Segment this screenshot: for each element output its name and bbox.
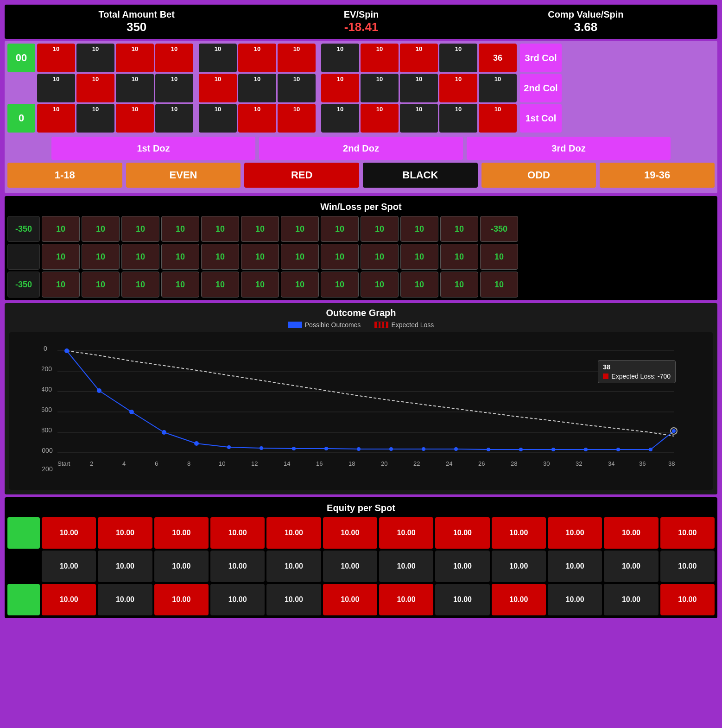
- svg-point-41: [324, 447, 328, 450]
- cell-19[interactable]: 10: [278, 104, 316, 133]
- eq-r2-c7: 10.00: [379, 551, 433, 582]
- col3-label[interactable]: 3rd Col: [520, 44, 562, 72]
- cell-12[interactable]: 10: [155, 44, 193, 72]
- svg-point-33: [64, 348, 69, 353]
- legend-red-box: [374, 322, 388, 328]
- cell-35[interactable]: 10: [479, 74, 517, 102]
- cell-26[interactable]: 10: [361, 74, 399, 102]
- wl-r2-c10: 10: [400, 244, 438, 270]
- svg-point-51: [649, 448, 652, 451]
- legend-expected: Expected Loss: [374, 321, 434, 329]
- wl-r1-c5: 10: [201, 216, 239, 242]
- equity-section: Equity per Spot 10.00 10.00 10.00 10.00 …: [5, 497, 717, 618]
- eq-r2-c9: 10.00: [492, 551, 546, 582]
- outside-even[interactable]: EVEN: [126, 163, 241, 188]
- cell-11[interactable]: 10: [155, 74, 193, 102]
- outside-row: 1-18 EVEN RED BLACK ODD 19-36: [7, 163, 715, 188]
- wl-r1-c9: 10: [361, 216, 399, 242]
- outside-odd[interactable]: ODD: [481, 163, 596, 188]
- cell-16[interactable]: 10: [238, 104, 276, 133]
- doz1-cell[interactable]: 1st Doz: [51, 137, 255, 160]
- cell-27[interactable]: 10: [361, 44, 399, 72]
- svg-text:-600: -600: [42, 406, 52, 413]
- cell-5[interactable]: 10: [76, 74, 114, 102]
- eq-r1-c2: 10.00: [98, 517, 152, 549]
- outside-red[interactable]: RED: [244, 163, 359, 188]
- svg-text:38: 38: [668, 460, 675, 467]
- outside-black[interactable]: BLACK: [363, 163, 478, 188]
- eq-row-2: 10.00 10.00 10.00 10.00 10.00 10.00 10.0…: [42, 551, 715, 582]
- cell-9[interactable]: 10: [116, 44, 154, 72]
- wl-r1-c6: 10: [241, 216, 279, 242]
- wl-r1-c12: -350: [480, 216, 518, 242]
- outside-1936[interactable]: 19-36: [600, 163, 715, 188]
- eq-r1-c8: 10.00: [435, 517, 489, 549]
- eq-zero-col: [7, 517, 40, 615]
- equity-title: Equity per Spot: [7, 500, 715, 517]
- doz3-cell[interactable]: 3rd Doz: [467, 137, 671, 160]
- eq-main: 10.00 10.00 10.00 10.00 10.00 10.00 10.0…: [42, 517, 715, 615]
- svg-text:16: 16: [316, 460, 323, 467]
- cell-28[interactable]: 10: [400, 104, 438, 133]
- winloss-title: Win/Loss per Spot: [7, 199, 715, 216]
- zero-cell[interactable]: 0: [7, 104, 35, 133]
- svg-text:34: 34: [608, 460, 614, 467]
- eq-r1-c5: 10.00: [266, 517, 321, 549]
- doz2-cell[interactable]: 2nd Doz: [259, 137, 463, 160]
- cell-6[interactable]: 10: [76, 44, 114, 72]
- cell-36[interactable]: 36: [479, 44, 517, 72]
- outside-118[interactable]: 1-18: [7, 163, 122, 188]
- tooltip-loss-text: Expected Loss: -700: [611, 373, 671, 380]
- cell-33[interactable]: 10: [439, 44, 477, 72]
- cell-20[interactable]: 10: [278, 74, 316, 102]
- wl-r3-c3: 10: [121, 272, 159, 298]
- eq-r1-c1: 10.00: [42, 517, 96, 549]
- tooltip-label: 38: [603, 363, 671, 371]
- cell-34[interactable]: 10: [479, 104, 517, 133]
- cell-10[interactable]: 10: [155, 104, 193, 133]
- cell-30[interactable]: 10: [400, 44, 438, 72]
- cell-8[interactable]: 10: [116, 74, 154, 102]
- ev-spin-label: EV/Spin: [344, 9, 379, 20]
- wl-zero-col: -350 -350: [7, 216, 40, 298]
- cell-22[interactable]: 10: [321, 104, 359, 133]
- zero-label: 0: [19, 112, 24, 124]
- wl-r3-c8: 10: [321, 272, 359, 298]
- row-2: 10 10 10 10 10 10 10 10 10 10 10 10 2nd …: [37, 74, 715, 102]
- cell-1[interactable]: 10: [37, 104, 75, 133]
- cell-24[interactable]: 10: [321, 44, 359, 72]
- eq-r3-c1: 10.00: [42, 584, 96, 615]
- cell-25[interactable]: 10: [361, 104, 399, 133]
- col1-label[interactable]: 1st Col: [520, 104, 562, 133]
- wl-r3-c2: 10: [82, 272, 120, 298]
- cell-15[interactable]: 10: [199, 44, 237, 72]
- cell-13[interactable]: 10: [199, 104, 237, 133]
- dozen-row: 1st Doz 2nd Doz 3rd Doz: [7, 137, 715, 160]
- cell-7[interactable]: 10: [116, 104, 154, 133]
- wl-main: 10 10 10 10 10 10 10 10 10 10 10 -350 10…: [42, 216, 715, 298]
- cell-29[interactable]: 10: [400, 74, 438, 102]
- cell-2[interactable]: 10: [37, 74, 75, 102]
- col2-label[interactable]: 2nd Col: [520, 74, 562, 102]
- eq-r2-c6: 10.00: [323, 551, 377, 582]
- wl-zero-mid: [7, 244, 40, 270]
- svg-text:-800: -800: [42, 426, 52, 434]
- svg-text:14: 14: [284, 460, 290, 467]
- wl-r3-c12: 10: [480, 272, 518, 298]
- cell-14[interactable]: 10: [199, 74, 237, 102]
- empty-zero-cell: [7, 74, 35, 102]
- cell-23[interactable]: 10: [321, 74, 359, 102]
- double-zero-cell[interactable]: 00: [7, 44, 35, 72]
- cell-18[interactable]: 10: [238, 44, 276, 72]
- cell-17[interactable]: 10: [238, 74, 276, 102]
- cell-31[interactable]: 10: [439, 104, 477, 133]
- wl-r3-c6: 10: [241, 272, 279, 298]
- tooltip-red-square: [603, 373, 608, 379]
- eq-r2-c2: 10.00: [98, 551, 152, 582]
- cell-32[interactable]: 10: [439, 74, 477, 102]
- cell-21[interactable]: 10: [278, 44, 316, 72]
- svg-point-39: [260, 446, 263, 450]
- cell-3[interactable]: 10: [37, 44, 75, 72]
- row-3: 10 10 10 10 10 10 10 10 10 10 10 36 3rd …: [37, 44, 715, 72]
- cell-4[interactable]: 10: [76, 104, 114, 133]
